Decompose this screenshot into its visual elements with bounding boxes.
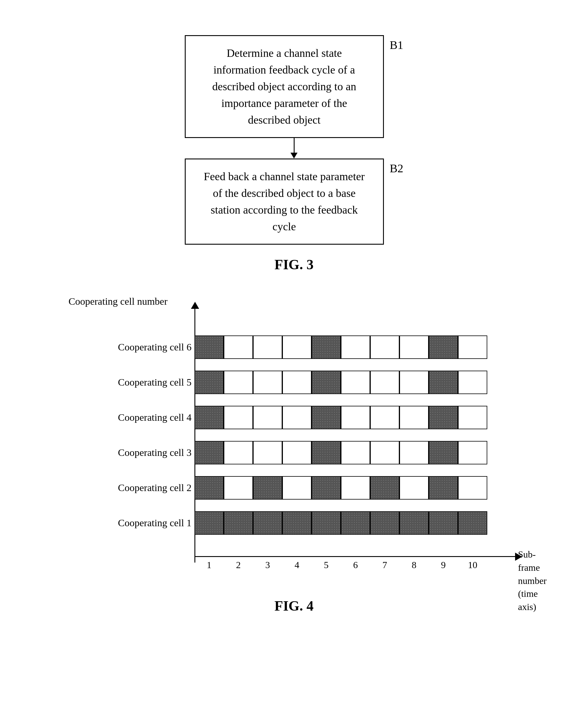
arrow-line bbox=[294, 138, 295, 153]
bar-filled bbox=[311, 335, 341, 359]
bar-empty bbox=[458, 441, 487, 464]
bar-filled bbox=[311, 441, 341, 464]
x-axis-label: Sub-frame number(time axis) bbox=[518, 548, 547, 613]
x-tick: 3 bbox=[253, 560, 282, 570]
bar-empty bbox=[341, 476, 370, 500]
x-axis-line bbox=[194, 556, 517, 557]
bar-filled bbox=[311, 406, 341, 429]
bar-empty bbox=[224, 406, 253, 429]
bars-container bbox=[194, 476, 487, 500]
bar-filled bbox=[429, 406, 458, 429]
x-tick: 6 bbox=[341, 560, 370, 570]
bar-empty bbox=[253, 406, 282, 429]
bar-empty bbox=[458, 406, 487, 429]
bar-empty bbox=[282, 441, 311, 464]
arrow-head bbox=[291, 153, 297, 159]
bar-filled bbox=[429, 511, 458, 535]
flowchart: Determine a channel state information fe… bbox=[185, 35, 404, 245]
fig3-section: Determine a channel state information fe… bbox=[24, 29, 564, 272]
bar-filled bbox=[224, 511, 253, 535]
bar-empty bbox=[282, 476, 311, 500]
page: Determine a channel state information fe… bbox=[0, 0, 588, 707]
box-b2-label: B2 bbox=[390, 162, 404, 175]
bar-empty bbox=[399, 441, 429, 464]
bar-empty bbox=[370, 406, 399, 429]
box-b1-text: Determine a channel state information fe… bbox=[212, 47, 356, 126]
bar-empty bbox=[282, 335, 311, 359]
chart-row: Cooperating cell 5 bbox=[194, 366, 487, 399]
row-label: Cooperating cell 2 bbox=[63, 482, 191, 494]
x-tick: 8 bbox=[399, 560, 429, 570]
bar-empty bbox=[399, 371, 429, 394]
bar-filled bbox=[370, 476, 399, 500]
arrow-b1-b2 bbox=[291, 138, 297, 159]
bar-filled bbox=[194, 371, 224, 394]
x-tick: 4 bbox=[282, 560, 311, 570]
bar-filled bbox=[458, 511, 487, 535]
bar-empty bbox=[399, 406, 429, 429]
bar-filled bbox=[429, 371, 458, 394]
bar-filled bbox=[194, 511, 224, 535]
chart-row: Cooperating cell 6 bbox=[194, 331, 487, 363]
bar-empty bbox=[253, 371, 282, 394]
bar-empty bbox=[458, 476, 487, 500]
bar-filled bbox=[429, 476, 458, 500]
bar-empty bbox=[458, 371, 487, 394]
chart-container: Cooperating cell number Sub-frame number… bbox=[60, 308, 528, 586]
box-b2-text: Feed back a channel state parameter of t… bbox=[204, 170, 365, 233]
bar-empty bbox=[370, 441, 399, 464]
bar-filled bbox=[311, 476, 341, 500]
bar-filled bbox=[194, 335, 224, 359]
row-label: Cooperating cell 1 bbox=[63, 517, 191, 529]
chart-row: Cooperating cell 4 bbox=[194, 401, 487, 434]
bar-filled bbox=[194, 476, 224, 500]
bar-filled bbox=[253, 476, 282, 500]
bar-empty bbox=[341, 441, 370, 464]
bar-empty bbox=[224, 476, 253, 500]
chart-row: Cooperating cell 2 bbox=[194, 472, 487, 504]
fig4-section: Cooperating cell number Sub-frame number… bbox=[24, 302, 564, 614]
chart-row: Cooperating cell 3 bbox=[194, 437, 487, 469]
bar-empty bbox=[341, 371, 370, 394]
x-tick: 1 bbox=[194, 560, 224, 570]
bar-empty bbox=[399, 335, 429, 359]
fig4-caption: FIG. 4 bbox=[274, 598, 313, 614]
box-b2-container: Feed back a channel state parameter of t… bbox=[185, 159, 404, 245]
flow-box-b2: Feed back a channel state parameter of t… bbox=[185, 159, 384, 245]
y-axis-label: Cooperating cell number bbox=[69, 296, 168, 307]
bar-filled bbox=[311, 371, 341, 394]
bars-container bbox=[194, 441, 487, 464]
bar-filled bbox=[311, 511, 341, 535]
x-tick: 7 bbox=[370, 560, 399, 570]
bar-empty bbox=[399, 476, 429, 500]
bar-filled bbox=[253, 511, 282, 535]
fig3-caption: FIG. 3 bbox=[274, 257, 313, 272]
flow-box-b1: Determine a channel state information fe… bbox=[185, 35, 384, 138]
row-label: Cooperating cell 6 bbox=[63, 342, 191, 353]
bar-empty bbox=[341, 335, 370, 359]
box-b1-label: B1 bbox=[390, 38, 404, 52]
bar-filled bbox=[194, 441, 224, 464]
bar-empty bbox=[224, 335, 253, 359]
x-tick: 5 bbox=[311, 560, 341, 570]
bar-empty bbox=[458, 335, 487, 359]
bar-empty bbox=[224, 371, 253, 394]
bar-empty bbox=[253, 335, 282, 359]
box-b1-container: Determine a channel state information fe… bbox=[185, 35, 404, 138]
bar-empty bbox=[253, 441, 282, 464]
bar-empty bbox=[370, 335, 399, 359]
bar-filled bbox=[429, 335, 458, 359]
bar-empty bbox=[282, 406, 311, 429]
bar-empty bbox=[224, 441, 253, 464]
x-tick: 9 bbox=[429, 560, 458, 570]
bar-filled bbox=[282, 511, 311, 535]
bar-filled bbox=[341, 511, 370, 535]
chart-row: Cooperating cell 1 bbox=[194, 507, 487, 539]
bars-container bbox=[194, 406, 487, 429]
bar-filled bbox=[429, 441, 458, 464]
row-label: Cooperating cell 4 bbox=[63, 412, 191, 423]
row-label: Cooperating cell 5 bbox=[63, 377, 191, 388]
x-tick: 2 bbox=[224, 560, 253, 570]
bars-container bbox=[194, 335, 487, 359]
row-label: Cooperating cell 3 bbox=[63, 447, 191, 458]
